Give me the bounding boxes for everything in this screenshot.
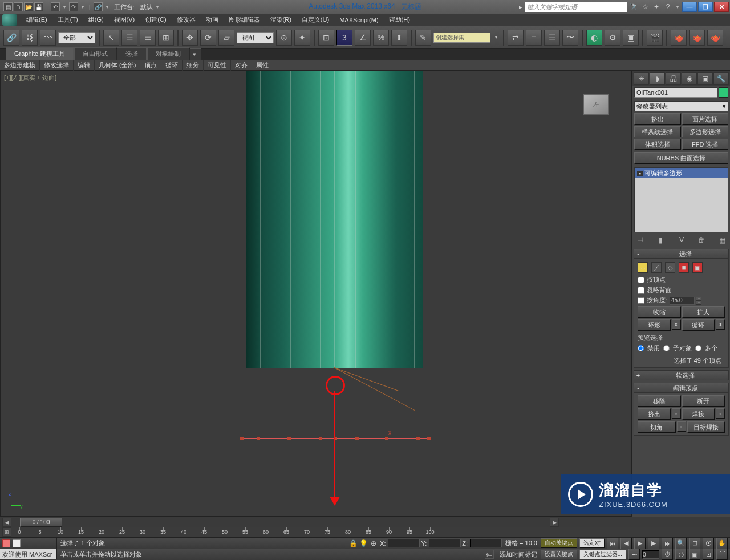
select-link-icon[interactable]: 🔗: [3, 30, 19, 46]
sr-edit[interactable]: 编辑: [74, 60, 95, 71]
rollout-selection-header[interactable]: -选择: [634, 249, 729, 259]
undo-drop[interactable]: ▾: [61, 2, 68, 11]
tab-modify-icon[interactable]: ◗: [650, 72, 665, 85]
rotate-icon[interactable]: ⟳: [200, 30, 216, 46]
menu-grapheditors[interactable]: 图形编辑器: [224, 14, 265, 26]
btn-volsel[interactable]: 体积选择: [634, 139, 681, 150]
rec-icon[interactable]: [2, 539, 10, 547]
scale-icon[interactable]: ▱: [218, 30, 234, 46]
menu-rendering[interactable]: 渲染(R): [266, 14, 296, 26]
coord-mode-icon[interactable]: ⊕: [368, 538, 379, 549]
tab-freeform[interactable]: 自由形式: [74, 47, 116, 60]
btn-chamfer[interactable]: 切角: [638, 421, 676, 433]
sr-geomall[interactable]: 几何体 (全部): [95, 60, 140, 71]
prev-frame-icon[interactable]: ◀: [620, 538, 632, 549]
tab-utilities-icon[interactable]: 🔧: [713, 72, 729, 85]
teapot1-icon[interactable]: 🫖: [671, 30, 687, 46]
manipulate-icon[interactable]: ✦: [294, 30, 310, 46]
goto-end-icon[interactable]: ⏭: [662, 538, 673, 549]
undo-icon[interactable]: ↶: [51, 2, 60, 11]
sr-subdiv[interactable]: 细分: [182, 60, 204, 71]
tab-display-icon[interactable]: ▣: [697, 72, 713, 85]
time-slider[interactable]: ◀ 0 / 100 ▶: [0, 517, 730, 527]
btn-grow[interactable]: 扩大: [682, 306, 725, 318]
btn-shrink[interactable]: 收缩: [638, 306, 681, 318]
object-name-field[interactable]: [634, 87, 717, 98]
btn-weld[interactable]: 焊接: [682, 408, 715, 420]
btn-ffdsel[interactable]: FFD 选择: [682, 139, 729, 150]
render-setup-icon[interactable]: ⚙: [605, 30, 620, 46]
create-selection-set[interactable]: 创建选择集: [433, 33, 490, 43]
fov-icon[interactable]: ⦿: [703, 538, 714, 549]
btn-polysel[interactable]: 多边形选择: [682, 126, 729, 137]
new-icon[interactable]: 🗋: [14, 2, 23, 11]
btn-meshselect[interactable]: 面片选择: [682, 113, 729, 125]
exchange-icon[interactable]: ✦: [651, 2, 662, 12]
tab-selection[interactable]: 选择: [117, 47, 147, 60]
ring-spin[interactable]: ⬍: [672, 319, 681, 330]
help-icon[interactable]: ?: [663, 2, 673, 12]
add-time-tag[interactable]: 添加时间标记: [496, 550, 541, 559]
chk-by-angle[interactable]: 按角度:: [638, 296, 667, 305]
z-field[interactable]: [470, 539, 502, 547]
current-frame-field[interactable]: [642, 550, 659, 559]
mirror-icon[interactable]: ⇄: [508, 30, 524, 46]
tab-motion-icon[interactable]: ◉: [682, 72, 697, 85]
radio-disable[interactable]: [638, 345, 644, 351]
zoom-all-icon[interactable]: ⊡: [689, 538, 700, 549]
script-mini-1[interactable]: [0, 538, 57, 549]
object-color-swatch[interactable]: [719, 87, 728, 98]
workspace-value[interactable]: 默认: [138, 3, 155, 11]
sr-loop[interactable]: 循环: [161, 60, 182, 71]
move-icon[interactable]: ✥: [182, 30, 198, 46]
menu-create[interactable]: 创建(C): [140, 14, 171, 26]
time-config-icon[interactable]: ⏱: [662, 549, 673, 560]
zoom-extents-icon[interactable]: ▣: [689, 549, 700, 560]
sr-align[interactable]: 对齐: [231, 60, 252, 71]
menu-views[interactable]: 视图(V): [110, 14, 140, 26]
chk-by-vertex[interactable]: 按顶点: [638, 275, 725, 284]
selected-track[interactable]: 选定对: [579, 538, 605, 548]
viewport-label[interactable]: [+][左][真实 + 边面]: [4, 74, 56, 82]
remove-mod-icon[interactable]: 🗑: [697, 236, 706, 245]
trackbar-toggle-icon[interactable]: ⊞: [2, 527, 11, 537]
menu-edit[interactable]: 编辑(E): [22, 14, 52, 26]
teapot3-icon[interactable]: 🫖: [707, 30, 723, 46]
material-editor-icon[interactable]: ◐: [586, 30, 602, 46]
window-crossing-icon[interactable]: ⊞: [158, 30, 174, 46]
radio-subobj[interactable]: [663, 345, 670, 351]
track-bar[interactable]: ⊞ 05101520253035404550556065707580859095…: [0, 527, 730, 537]
link-icon[interactable]: 🔗: [94, 2, 103, 11]
play-icon2[interactable]: ▶: [634, 538, 646, 549]
menu-help[interactable]: 帮助(H): [384, 14, 415, 26]
ts-prev-icon[interactable]: ◀: [2, 518, 11, 527]
open-icon[interactable]: 📂: [24, 2, 33, 11]
bind-spacewarp-icon[interactable]: 〰: [40, 30, 56, 46]
zoom-region-icon[interactable]: ⊡: [703, 549, 714, 560]
max-logo-icon[interactable]: [2, 14, 17, 26]
subobj-polygon-icon[interactable]: ■: [679, 262, 689, 273]
btn-nurbs[interactable]: NURBS 曲面选择: [634, 152, 728, 164]
y-field[interactable]: [429, 539, 461, 547]
ref-coord-system[interactable]: 视图: [237, 32, 274, 43]
sr-visibility[interactable]: 可见性: [204, 60, 231, 71]
render-production-icon[interactable]: 🎬: [647, 30, 663, 46]
menu-group[interactable]: 组(G): [84, 14, 108, 26]
orbit-icon[interactable]: ⭯: [675, 549, 687, 560]
auto-key-button[interactable]: 自动关键点: [541, 538, 577, 548]
maximize-button[interactable]: ❐: [698, 2, 713, 12]
key-mode-icon[interactable]: ⊸: [628, 549, 640, 560]
btn-ring[interactable]: 环形: [638, 319, 671, 331]
unlink-icon[interactable]: ⛓: [22, 30, 38, 46]
lock-icon[interactable]: 🔒: [348, 538, 358, 549]
zoom-icon[interactable]: 🔍: [675, 538, 687, 549]
rollout-editverts-header[interactable]: -编辑顶点: [634, 383, 729, 393]
pan-icon[interactable]: ✋: [716, 538, 728, 549]
stack-item-editable-poly[interactable]: ▪ 可编辑多边形: [635, 168, 728, 178]
key-filters-button[interactable]: 关键点过滤器...: [579, 550, 626, 559]
layers-icon[interactable]: ☰: [544, 30, 560, 46]
snap3d-icon[interactable]: 3: [336, 30, 352, 46]
btn-target-weld[interactable]: 目标焊接: [687, 421, 725, 433]
save-icon[interactable]: 💾: [34, 2, 43, 11]
redo-icon[interactable]: ↷: [69, 2, 78, 11]
